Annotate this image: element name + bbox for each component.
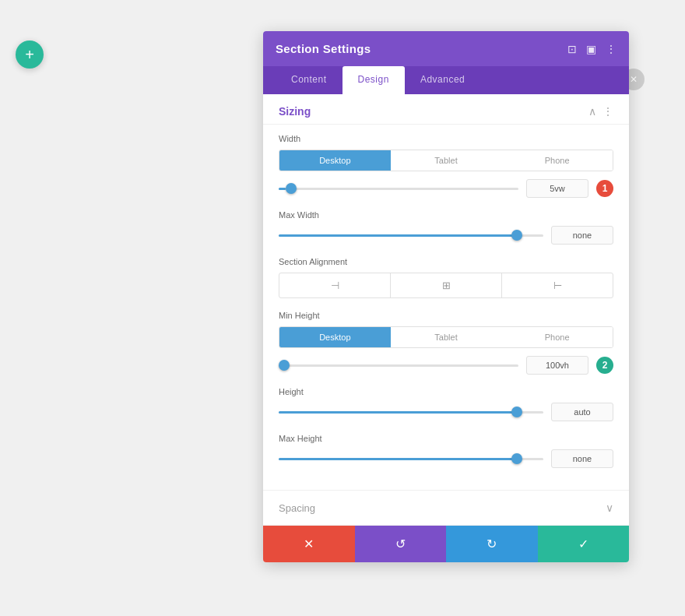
width-tablet-tab[interactable]: Tablet (391, 150, 502, 171)
align-left-icon: ⊣ (331, 280, 339, 291)
tab-advanced[interactable]: Advanced (405, 66, 480, 94)
spacing-title: Spacing (279, 502, 315, 514)
alignment-buttons: ⊣ ⊞ ⊢ (279, 273, 613, 298)
width-thumb[interactable] (286, 183, 297, 194)
min-height-desktop-tab[interactable]: Desktop (279, 327, 391, 347)
sizing-title: Sizing (279, 105, 311, 118)
max-width-track (279, 234, 543, 237)
section-more-icon[interactable]: ⋮ (602, 105, 613, 118)
width-label: Width (279, 134, 613, 143)
height-field-group: Height auto (279, 387, 613, 421)
redo-icon: ↻ (487, 537, 497, 551)
settings-body: Width Desktop Tablet Phone 5vw 1 (263, 125, 629, 490)
panel-title: Section Settings (276, 42, 371, 55)
height-value[interactable]: auto (551, 403, 613, 421)
align-right-button[interactable]: ⊢ (502, 273, 613, 297)
min-height-label: Min Height (279, 311, 613, 320)
spacing-expand-icon[interactable]: ∨ (606, 502, 613, 514)
confirm-button[interactable]: ✓ (538, 526, 630, 562)
panel-header: Section Settings ⊡ ▣ ⋮ (263, 31, 629, 66)
sizing-controls: ∧ ⋮ (588, 105, 613, 118)
collapse-icon[interactable]: ∧ (588, 105, 596, 118)
align-right-icon: ⊢ (553, 280, 562, 291)
width-slider-row: 5vw 1 (279, 179, 613, 198)
add-button[interactable]: + (16, 40, 44, 69)
max-height-field-group: Max Height none (279, 434, 613, 468)
tab-content[interactable]: Content (276, 66, 342, 94)
more-options-icon[interactable]: ⋮ (606, 43, 616, 55)
max-height-fill (279, 458, 517, 460)
close-icon: ✕ (630, 74, 638, 85)
split-view-icon[interactable]: ▣ (586, 43, 596, 55)
min-height-thumb[interactable] (279, 360, 290, 371)
header-icon-group: ⊡ ▣ ⋮ (567, 43, 616, 55)
max-height-value[interactable]: none (551, 449, 613, 468)
width-track (279, 188, 518, 190)
width-field-group: Width Desktop Tablet Phone 5vw 1 (279, 134, 613, 198)
max-width-thumb[interactable] (511, 230, 522, 241)
confirm-icon: ✓ (578, 537, 588, 551)
width-device-tabs: Desktop Tablet Phone (279, 150, 613, 171)
max-width-fill (279, 234, 517, 237)
height-track (279, 411, 543, 414)
max-height-label: Max Height (279, 434, 613, 443)
section-alignment-label: Section Alignment (279, 257, 613, 266)
tab-bar: Content Design Advanced (263, 66, 629, 94)
max-height-track (279, 458, 543, 460)
plus-icon: + (25, 46, 34, 64)
width-value[interactable]: 5vw (526, 179, 588, 198)
max-height-thumb[interactable] (511, 453, 522, 464)
max-width-slider[interactable] (279, 227, 543, 243)
width-desktop-tab[interactable]: Desktop (279, 150, 391, 171)
panel-content: Sizing ∧ ⋮ Width Desktop Tablet Phone (263, 94, 629, 525)
max-width-label: Max Width (279, 210, 613, 220)
min-height-slider-row: 100vh 2 (279, 356, 613, 375)
section-settings-panel: Section Settings ⊡ ▣ ⋮ Content Design Ad… (263, 31, 629, 562)
height-fill (279, 411, 517, 414)
fullscreen-icon[interactable]: ⊡ (567, 43, 577, 55)
height-slider-row: auto (279, 403, 613, 421)
min-height-value[interactable]: 100vh (526, 356, 588, 375)
min-height-field-group: Min Height Desktop Tablet Phone 100vh 2 (279, 311, 613, 375)
cancel-button[interactable]: ✕ (263, 526, 355, 562)
section-alignment-field-group: Section Alignment ⊣ ⊞ ⊢ (279, 257, 613, 298)
max-height-slider[interactable] (279, 451, 543, 466)
spacing-section-header: Spacing ∨ (263, 490, 629, 525)
redo-button[interactable]: ↻ (446, 526, 538, 562)
max-width-value[interactable]: none (551, 226, 613, 245)
max-height-slider-row: none (279, 449, 613, 468)
min-height-track (279, 364, 518, 367)
sizing-section-header: Sizing ∧ ⋮ (263, 94, 629, 125)
height-slider[interactable] (279, 404, 543, 420)
max-width-field-group: Max Width none (279, 210, 613, 245)
panel-footer: ✕ ↺ ↻ ✓ (263, 525, 629, 562)
undo-icon: ↺ (395, 537, 406, 551)
align-center-button[interactable]: ⊞ (391, 273, 502, 297)
width-phone-tab[interactable]: Phone (501, 150, 613, 171)
max-width-slider-row: none (279, 226, 613, 245)
min-height-slider[interactable] (279, 357, 518, 373)
undo-button[interactable]: ↺ (355, 526, 447, 562)
min-height-badge: 2 (596, 357, 613, 374)
min-height-tablet-tab[interactable]: Tablet (391, 327, 502, 347)
cancel-icon: ✕ (304, 537, 314, 551)
tab-design[interactable]: Design (342, 66, 405, 94)
align-left-button[interactable]: ⊣ (279, 273, 391, 297)
width-fill (279, 188, 286, 190)
height-thumb[interactable] (511, 407, 522, 417)
min-height-phone-tab[interactable]: Phone (501, 327, 613, 347)
align-center-icon: ⊞ (442, 280, 451, 291)
width-slider[interactable] (279, 181, 518, 196)
width-badge: 1 (596, 180, 613, 197)
height-label: Height (279, 387, 613, 396)
min-height-device-tabs: Desktop Tablet Phone (279, 326, 613, 348)
